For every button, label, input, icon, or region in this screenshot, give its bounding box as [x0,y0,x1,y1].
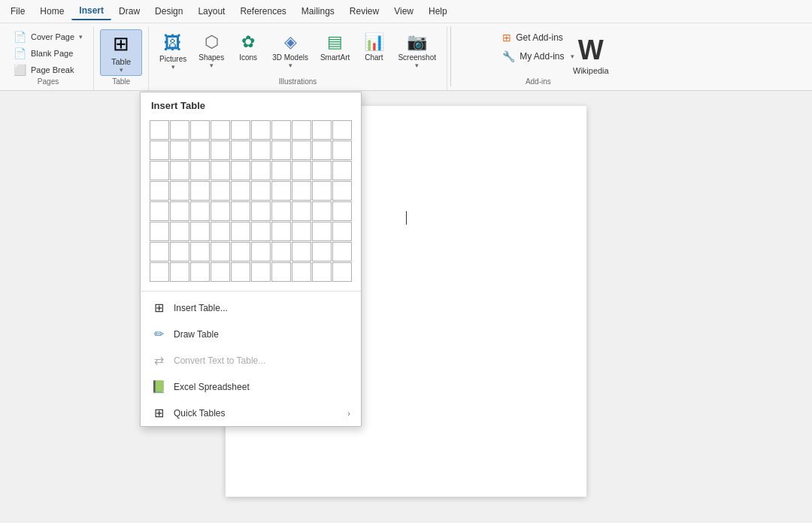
grid-cell-3-5[interactable] [251,181,271,201]
grid-cell-2-2[interactable] [190,161,210,180]
grid-cell-1-4[interactable] [231,141,250,160]
grid-cell-0-2[interactable] [190,120,210,140]
grid-cell-6-7[interactable] [292,242,311,262]
grid-cell-3-2[interactable] [190,181,210,201]
grid-cell-5-2[interactable] [190,222,210,241]
menu-mailings[interactable]: Mailings [294,3,342,20]
menu-draw[interactable]: Draw [111,3,147,20]
grid-cell-3-0[interactable] [150,181,169,201]
grid-cell-7-9[interactable] [332,262,352,282]
grid-cell-0-4[interactable] [231,120,250,140]
grid-cell-3-9[interactable] [332,181,352,201]
grid-cell-1-8[interactable] [312,141,332,160]
quick-tables-menu-item[interactable]: ⊞ Quick Tables › [141,400,361,426]
menu-file[interactable]: File [3,3,32,20]
grid-cell-3-1[interactable] [170,181,189,201]
grid-cell-1-0[interactable] [150,141,169,160]
grid-cell-2-8[interactable] [312,161,332,180]
menu-view[interactable]: View [386,3,421,20]
icons-button[interactable]: ✿ Icons [232,29,265,76]
shapes-button[interactable]: ⬡ Shapes ▾ [194,29,229,76]
grid-cell-2-5[interactable] [251,161,271,180]
grid-cell-5-8[interactable] [312,222,332,241]
draw-table-menu-item[interactable]: ✏ Draw Table [141,321,361,347]
grid-cell-7-1[interactable] [170,262,189,282]
grid-cell-6-3[interactable] [211,242,230,262]
grid-cell-0-6[interactable] [271,120,291,140]
grid-cell-1-9[interactable] [332,141,352,160]
grid-cell-5-6[interactable] [271,222,291,241]
excel-spreadsheet-menu-item[interactable]: 📗 Excel Spreadsheet [141,373,361,400]
grid-cell-2-9[interactable] [332,161,352,180]
grid-cell-4-7[interactable] [292,201,311,221]
grid-cell-6-5[interactable] [251,242,271,262]
menu-review[interactable]: Review [342,3,386,20]
cover-page-button[interactable]: 📄 Cover Page ▾ [9,29,87,44]
grid-cell-2-7[interactable] [292,161,311,180]
grid-cell-6-4[interactable] [231,242,250,262]
grid-cell-4-1[interactable] [170,201,189,221]
grid-cell-0-5[interactable] [251,120,271,140]
menu-home[interactable]: Home [32,3,71,20]
grid-cell-6-6[interactable] [271,242,291,262]
blank-page-button[interactable]: 📄 Blank Page [9,46,87,61]
grid-cell-7-5[interactable] [251,262,271,282]
grid-cell-2-4[interactable] [231,161,250,180]
grid-cell-1-7[interactable] [292,141,311,160]
grid-cell-2-3[interactable] [211,161,230,180]
grid-cell-4-6[interactable] [271,201,291,221]
grid-cell-7-4[interactable] [231,262,250,282]
3d-models-button[interactable]: ◈ 3D Models ▾ [268,29,313,76]
menu-insert[interactable]: Insert [71,2,111,20]
grid-cell-0-1[interactable] [170,120,189,140]
chart-button[interactable]: 📊 Chart [357,29,390,76]
grid-cell-0-9[interactable] [332,120,352,140]
grid-cell-7-2[interactable] [190,262,210,282]
grid-cell-3-3[interactable] [211,181,230,201]
grid-cell-3-4[interactable] [231,181,250,201]
grid-cell-7-8[interactable] [312,262,332,282]
grid-cell-5-1[interactable] [170,222,189,241]
insert-table-menu-item[interactable]: ⊞ Insert Table... [141,295,361,321]
grid-cell-6-0[interactable] [150,242,169,262]
grid-cell-6-9[interactable] [332,242,352,262]
grid-cell-5-3[interactable] [211,222,230,241]
grid-cell-7-0[interactable] [150,262,169,282]
grid-cell-1-1[interactable] [170,141,189,160]
grid-cell-0-8[interactable] [312,120,332,140]
menu-references[interactable]: References [232,3,293,20]
menu-design[interactable]: Design [147,3,190,20]
menu-help[interactable]: Help [421,3,455,20]
grid-cell-4-4[interactable] [231,201,250,221]
grid-cell-4-0[interactable] [150,201,169,221]
grid-cell-2-0[interactable] [150,161,169,180]
grid-cell-4-5[interactable] [251,201,271,221]
grid-cell-6-2[interactable] [190,242,210,262]
screenshot-button[interactable]: 📷 Screenshot ▾ [393,29,441,76]
grid-cell-0-7[interactable] [292,120,311,140]
grid-cell-1-5[interactable] [251,141,271,160]
grid-cell-5-5[interactable] [251,222,271,241]
pictures-button[interactable]: 🖼 Pictures ▾ [155,29,191,76]
grid-cell-4-8[interactable] [312,201,332,221]
grid-cell-7-6[interactable] [271,262,291,282]
grid-cell-7-3[interactable] [211,262,230,282]
wikipedia-button[interactable]: W Wikipedia [565,32,617,78]
grid-cell-5-7[interactable] [292,222,311,241]
grid-cell-3-7[interactable] [292,181,311,201]
table-button[interactable]: ⊞ Table ▾ [100,29,142,76]
grid-cell-4-3[interactable] [211,201,230,221]
grid-cell-4-9[interactable] [332,201,352,221]
grid-cell-3-6[interactable] [271,181,291,201]
grid-cell-5-9[interactable] [332,222,352,241]
grid-cell-2-6[interactable] [271,161,291,180]
smartart-button[interactable]: ▤ SmartArt [316,29,354,76]
grid-cell-0-0[interactable] [150,120,169,140]
grid-cell-5-4[interactable] [231,222,250,241]
grid-cell-6-1[interactable] [170,242,189,262]
grid-cell-1-2[interactable] [190,141,210,160]
grid-cell-0-3[interactable] [211,120,230,140]
grid-cell-1-6[interactable] [271,141,291,160]
menu-layout[interactable]: Layout [190,3,232,20]
grid-cell-5-0[interactable] [150,222,169,241]
